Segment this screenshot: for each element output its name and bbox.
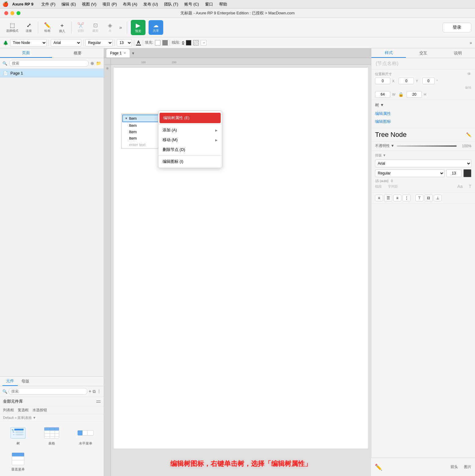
- subcat-checkbox[interactable]: 复选框: [18, 408, 29, 413]
- menu-publish[interactable]: 发布 (U): [140, 1, 161, 8]
- align-justify-button[interactable]: ⋮: [403, 195, 411, 201]
- size-h-input[interactable]: [407, 91, 422, 98]
- font-size-select[interactable]: 13: [117, 39, 132, 46]
- dot-close[interactable]: [4, 11, 8, 15]
- font-select[interactable]: Arial: [51, 39, 81, 46]
- menu-view[interactable]: 视图 (V): [79, 1, 99, 8]
- font-style-select[interactable]: Regular: [85, 39, 113, 46]
- subcat-list[interactable]: 列表框: [3, 408, 14, 413]
- dot-maximize[interactable]: [17, 11, 20, 15]
- canvas-tab-more-button[interactable]: ▾: [132, 51, 134, 56]
- align-left-button[interactable]: ≡: [375, 195, 383, 201]
- context-menu-delete[interactable]: 删除节点 (D): [158, 145, 222, 155]
- canvas-tab-page1[interactable]: Page 1 ✕: [106, 49, 130, 57]
- menu-file[interactable]: 文件 (F): [38, 1, 58, 8]
- size-w-input[interactable]: [375, 91, 390, 98]
- login-button[interactable]: 登录: [443, 23, 471, 32]
- pos-deg-input[interactable]: [422, 78, 435, 84]
- pos-x-input[interactable]: [375, 78, 390, 84]
- align-center-button[interactable]: ☰: [384, 195, 392, 201]
- add-page-icon[interactable]: ⊕: [90, 61, 94, 66]
- connect-button[interactable]: ⤢ 连接: [22, 21, 35, 34]
- menu-window[interactable]: 窗口: [202, 1, 216, 8]
- context-menu-move[interactable]: 移动 (M) ▶: [158, 135, 222, 145]
- menu-layout[interactable]: 布局 (A): [120, 1, 140, 8]
- page-search-bar: 🔍 ⊕ 📁: [0, 58, 104, 69]
- page-search-input[interactable]: [9, 60, 89, 67]
- bottom-edit-icon[interactable]: ✏️: [375, 463, 382, 471]
- align-right-button[interactable]: ≡: [393, 195, 401, 201]
- right-tab-desc[interactable]: 说明: [440, 48, 475, 58]
- widget-type-select[interactable]: Tree Node: [10, 39, 47, 46]
- folder-icon[interactable]: 📁: [96, 61, 101, 66]
- preview-button[interactable]: ▶ 预览: [131, 20, 145, 35]
- line-end-button[interactable]: →: [201, 40, 207, 46]
- menu-help[interactable]: 帮助: [216, 1, 230, 8]
- bottom-arrows-btn[interactable]: 图片: [464, 464, 471, 470]
- text-style-aa-icon[interactable]: Aa: [457, 184, 462, 189]
- draw-button[interactable]: ✏️ 绘画: [41, 21, 54, 34]
- opacity-slider[interactable]: [397, 145, 457, 147]
- right-font-color-swatch[interactable]: [463, 169, 471, 177]
- edit-props-link[interactable]: 编辑属性: [375, 110, 471, 118]
- fill-swatch[interactable]: [155, 40, 160, 46]
- format-more-button[interactable]: »: [469, 40, 472, 45]
- valign-bot-button[interactable]: ⊥: [434, 195, 442, 201]
- pos-eye-icon[interactable]: 👁: [467, 71, 471, 76]
- context-menu-add[interactable]: 添加 (A) ▶: [158, 125, 222, 135]
- right-style-select[interactable]: Regular: [375, 169, 444, 177]
- comp-copy-icon[interactable]: ⧉: [93, 389, 96, 394]
- comp-hmenu-item[interactable]: 水平菜单: [70, 424, 101, 448]
- line-style-swatch[interactable]: [193, 40, 199, 46]
- menu-account[interactable]: 账号 (C): [181, 1, 202, 8]
- right-font-select[interactable]: Arial: [375, 159, 471, 167]
- fill-color-swatch[interactable]: [162, 40, 168, 46]
- share-button[interactable]: ☁ 共享: [149, 20, 163, 35]
- crop-button[interactable]: ⊡ 裁剪: [89, 21, 102, 34]
- select-mode-button[interactable]: ⬚︎ 选择模式: [4, 21, 21, 34]
- tab-widgets[interactable]: 元件: [2, 377, 18, 386]
- pos-y-input[interactable]: [399, 78, 414, 84]
- lock-icon[interactable]: 🔒: [398, 92, 403, 97]
- page1-label: Page 1: [10, 71, 23, 75]
- line-color-swatch[interactable]: [186, 40, 191, 46]
- comp-add-icon[interactable]: +: [89, 389, 91, 394]
- canvas-content[interactable]: ▼ Item Item Item Item enter text: [111, 65, 371, 476]
- size-wh-row: W 🔒 H: [375, 91, 471, 98]
- tab-masters[interactable]: 母版: [18, 377, 33, 386]
- comp-table-item[interactable]: 表格: [36, 424, 67, 448]
- tab-outline[interactable]: 概要: [52, 48, 104, 58]
- subcat-radio[interactable]: 水选按钮: [32, 408, 47, 413]
- bottom-image-btn[interactable]: 箭头: [451, 464, 458, 470]
- comp-more-icon[interactable]: ⋮: [97, 389, 101, 394]
- dot-minimize[interactable]: [10, 11, 14, 15]
- more-tools-button[interactable]: »: [118, 24, 123, 31]
- comp-tree-item[interactable]: 树: [2, 424, 34, 448]
- menu-team[interactable]: 团队 (T): [161, 1, 181, 8]
- menu-project[interactable]: 项目 (P): [99, 1, 120, 8]
- node-name-field[interactable]: (节点名称): [371, 58, 475, 70]
- valign-mid-button[interactable]: ⊟: [425, 195, 433, 201]
- context-menu-edit-icon[interactable]: 编辑图标 (I): [158, 157, 222, 167]
- comp-search-input[interactable]: [9, 388, 87, 395]
- insert-button[interactable]: ＋ 插入: [55, 20, 69, 35]
- font-color-button[interactable]: A: [136, 40, 141, 46]
- right-tab-style[interactable]: 样式: [371, 48, 406, 58]
- comp-lib-scroll[interactable]: [96, 401, 101, 403]
- menu-edit[interactable]: 编辑 (E): [58, 1, 79, 8]
- cut-button[interactable]: ✂️ 切割: [74, 21, 87, 34]
- tree-item-root[interactable]: ▼ Item: [122, 115, 163, 122]
- canvas-tab-close-icon[interactable]: ✕: [123, 51, 126, 55]
- valign-top-button[interactable]: ⊤: [415, 195, 423, 201]
- apple-menu[interactable]: 🍎: [2, 1, 9, 7]
- comp-vmenu-item[interactable]: 垂直菜单: [2, 450, 34, 474]
- tab-pages[interactable]: 页面: [0, 48, 52, 58]
- edit-icon-link[interactable]: 编辑图标: [375, 118, 471, 126]
- right-size-input[interactable]: [446, 169, 462, 177]
- context-menu-edit-props[interactable]: 编辑树属性 (E): [160, 113, 221, 123]
- right-tab-interact[interactable]: 交互: [406, 48, 440, 58]
- page1-item[interactable]: 📄 Page 1: [0, 69, 104, 78]
- text-transform-icon[interactable]: T: [469, 184, 471, 189]
- widget-edit-icon[interactable]: ✏️: [466, 132, 471, 137]
- point-button[interactable]: ◈ 点: [103, 21, 117, 34]
